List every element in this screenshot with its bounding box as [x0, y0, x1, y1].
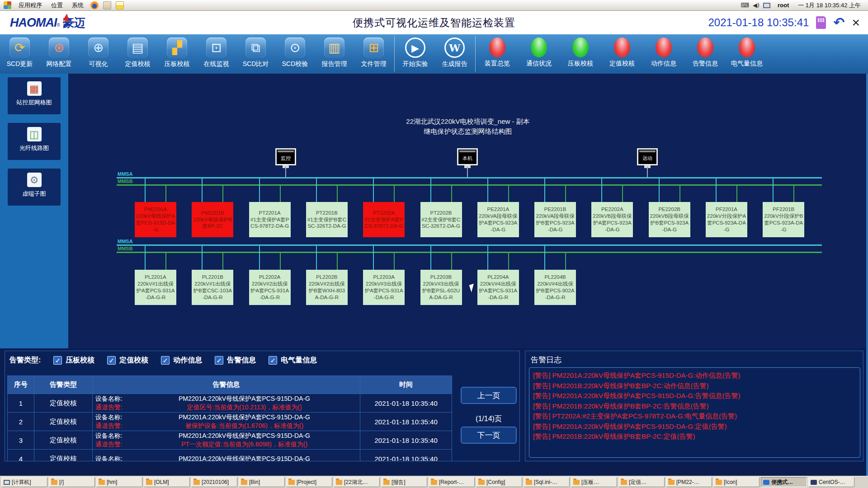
- device-box[interactable]: PT2202B #2主变保护B套CSC-326T2-DA-G: [420, 202, 462, 237]
- checkbox-icon[interactable]: ✓: [215, 356, 223, 365]
- device-box[interactable]: PL2204B 220kV#4出线保护B套PCS-902A-DA-G-R: [534, 270, 576, 305]
- toolbar-button[interactable]: ⊡ 在线监视: [197, 34, 236, 74]
- toolbar-button[interactable]: ▤ 定值校核: [118, 34, 157, 74]
- volume-tray-icon[interactable]: ◀): [753, 2, 760, 9]
- device-box[interactable]: PM2201B 220kV母线保护B套BP-2C: [192, 202, 233, 237]
- table-row[interactable]: 4 定值校核 设备名称:PM2201A:220kV母线保护A套PCS-915D-…: [8, 450, 452, 461]
- status-lamp-icon: [531, 38, 547, 57]
- status-indicator[interactable]: 动作信息: [643, 34, 684, 74]
- status-indicator[interactable]: 电气量信息: [726, 34, 768, 74]
- display-tray-icon[interactable]: [763, 3, 770, 8]
- toolbar-action-button[interactable]: W 生成报告: [435, 34, 474, 74]
- sd-card-icon[interactable]: [816, 16, 826, 29]
- checkbox-icon[interactable]: ✓: [269, 356, 277, 365]
- sidebar-item-2[interactable]: ◫ 光纤线路图: [8, 123, 61, 160]
- taskbar-window-button[interactable]: [压板…: [571, 477, 617, 487]
- prev-page-button[interactable]: 上一页: [461, 387, 517, 404]
- menu-places[interactable]: 位置: [47, 0, 67, 10]
- next-page-button[interactable]: 下一页: [461, 427, 517, 444]
- undo-icon[interactable]: ↶: [833, 17, 844, 28]
- alarm-filter-checkbox[interactable]: ✓ 电气量信息: [269, 356, 317, 365]
- bus-a-stub: [202, 178, 203, 202]
- sidebar-item-1[interactable]: ▦ 站控层网格图: [8, 77, 61, 114]
- taskbar-window-button[interactable]: CentOS-…: [808, 477, 854, 487]
- taskbar-window-button[interactable]: [计算机]: [1, 477, 47, 487]
- taskbar-window-button[interactable]: [Sql.ini-…: [524, 477, 570, 487]
- firefox-icon[interactable]: [90, 1, 99, 9]
- device-box[interactable]: PL2202B 220kV#2出线保护B套WXH-803A-DA-G-R: [306, 270, 348, 305]
- device-box[interactable]: PE2201B 220kVA段母联保护B套PCS-923A-DA-G: [534, 202, 576, 237]
- toolbar-button[interactable]: ⊞ 文件管理: [354, 34, 393, 74]
- device-box[interactable]: PF2201A 220kV分段保护A套PCS-923A-DA-G: [706, 202, 747, 237]
- device-box[interactable]: PL2202A 220kV#2出线保护A套PCS-931A-DA-G-R: [249, 270, 291, 305]
- table-row[interactable]: 3 定值校核 设备名称:PM2201A:220kV母线保护A套PCS-915D-…: [8, 431, 452, 450]
- status-indicator[interactable]: 通信状况: [518, 34, 560, 74]
- desktop-clock[interactable]: 一 1月 18 10:35:42 上午: [796, 1, 865, 9]
- taskbar-window-button[interactable]: [Bin]: [239, 477, 285, 487]
- device-box[interactable]: PL2201B 220kV#1出线保护B套CSC-103A-DA-G-R: [192, 270, 233, 305]
- toolbar-action-button[interactable]: ▶ 开始实验: [396, 34, 435, 74]
- bus-a-stub: [145, 178, 146, 202]
- table-row[interactable]: 2 定值校核 设备名称:PM2201A:220kV母线保护A套PCS-915D-…: [8, 413, 452, 431]
- alarm-filter-checkbox[interactable]: ✓ 告警信息: [215, 356, 256, 365]
- toolbar-button[interactable]: ⊙ SCD校验: [275, 34, 315, 74]
- status-indicator[interactable]: 压板校核: [560, 34, 601, 74]
- status-indicator[interactable]: 装置总览: [476, 34, 518, 74]
- menu-applications[interactable]: 应用程序: [14, 0, 47, 10]
- toolbar-button[interactable]: ⧉ SCD比对: [236, 34, 275, 74]
- bus-b-stub: [793, 186, 794, 202]
- status-indicator[interactable]: 定值校核: [601, 34, 643, 74]
- device-box[interactable]: PL2204A 220kV#4出线保护A套PCS-931A-DA-G-R: [477, 270, 519, 305]
- alarm-filter-checkbox[interactable]: ✓ 动作信息: [161, 356, 202, 365]
- taskbar-window-button[interactable]: [报告]: [381, 477, 427, 487]
- alarm-filter-checkbox[interactable]: ✓ 定值校核: [107, 356, 148, 365]
- toolbar-button[interactable]: ⊛ 网络配置: [39, 34, 79, 74]
- table-row[interactable]: 1 定值校核 设备名称:PM2201A:220kV母线保护A套PCS-915D-…: [8, 394, 452, 413]
- close-icon[interactable]: ×: [852, 17, 860, 28]
- toolbar-button[interactable]: ▞ 压板校核: [157, 34, 197, 74]
- device-box[interactable]: PT2201B #1主变保护B套CSC-326T2-DA-G: [306, 202, 348, 237]
- taskbar-window-button[interactable]: [/]: [49, 477, 95, 487]
- taskbar-window-button[interactable]: [Icon]: [713, 477, 760, 487]
- alarm-log-box[interactable]: [警告] PM2201A:220kV母线保护A套PCS-915D-DA-G:动作…: [529, 367, 860, 458]
- bus-b-stub: [736, 186, 737, 202]
- device-box[interactable]: PL2201A 220kV#1出线保护A套PCS-931A-DA-G-R: [135, 270, 176, 305]
- taskbar-window-button[interactable]: [22湖北…: [334, 477, 380, 487]
- menu-system[interactable]: 系统: [67, 0, 88, 10]
- device-box[interactable]: PL2203B 220kV#3出线保护B套PSL-602UA-DA-G-R: [420, 270, 462, 305]
- toolbar-button[interactable]: ⟳ SCD更新: [0, 34, 39, 74]
- device-box[interactable]: PM2201A 220kV母线保护A套PCS-915D-DA-G: [135, 202, 176, 237]
- taskbar-window-button[interactable]: 便携式…: [761, 477, 807, 487]
- taskbar-window-button[interactable]: [Project]: [286, 477, 332, 487]
- mail-icon[interactable]: [103, 1, 111, 9]
- device-box[interactable]: PE2202B 220kVB段母联保护B套PCS-923A-DA-G: [649, 202, 690, 237]
- text-editor-icon[interactable]: [116, 1, 124, 9]
- status-lamp-icon: [614, 38, 630, 57]
- taskbar-window-button[interactable]: [Report-…: [429, 477, 475, 487]
- taskbar-window-button[interactable]: [定值…: [618, 477, 665, 487]
- taskbar-window-button[interactable]: [Config]: [476, 477, 522, 487]
- toolbar-button[interactable]: ⊕ 可视化: [79, 34, 118, 74]
- taskbar-window-button[interactable]: [OLM]: [144, 477, 190, 487]
- device-box[interactable]: PF2201B 220kV分段保护B套PCS-923A-DA-G: [763, 202, 804, 237]
- keyboard-tray-icon[interactable]: ⌨: [741, 2, 749, 9]
- fiber-line-icon: ◫: [27, 127, 42, 141]
- alarm-filter-label: 告警类型:: [9, 356, 41, 365]
- checkbox-icon[interactable]: ✓: [161, 356, 170, 365]
- alarm-filter-checkbox[interactable]: ✓ 压板校核: [53, 356, 94, 365]
- toolbar-button[interactable]: ▥ 报告管理: [315, 34, 354, 74]
- checkbox-icon[interactable]: ✓: [107, 356, 116, 365]
- status-indicator[interactable]: 告警信息: [684, 34, 726, 74]
- device-box[interactable]: PE2201A 220kVA段母联保护A套PCS-923A-DA-G: [477, 202, 519, 237]
- taskbar-window-button[interactable]: [PM22-…: [666, 477, 712, 487]
- applications-menu-icon[interactable]: [4, 1, 11, 9]
- taskbar-window-button[interactable]: [hm]: [96, 477, 142, 487]
- device-box[interactable]: PT2202A #2主变保护A套PCS-978T2-DA-G: [363, 202, 405, 237]
- checkbox-icon[interactable]: ✓: [53, 356, 62, 365]
- scd-verify-icon: ⊙: [285, 38, 305, 58]
- device-box[interactable]: PL2203A 220kV#3出线保护A套PCS-931A-DA-G-R: [363, 270, 405, 305]
- sidebar-item-3[interactable]: ⚙ 虚端子图: [8, 169, 61, 206]
- taskbar-window-button[interactable]: [20210106]: [191, 477, 237, 487]
- device-box[interactable]: PT2201A #1主变保护A套PCS-978T2-DA-G: [249, 202, 291, 237]
- device-box[interactable]: PE2202A 220kVB段母联保护A套PCS-923A-DA-G: [591, 202, 633, 237]
